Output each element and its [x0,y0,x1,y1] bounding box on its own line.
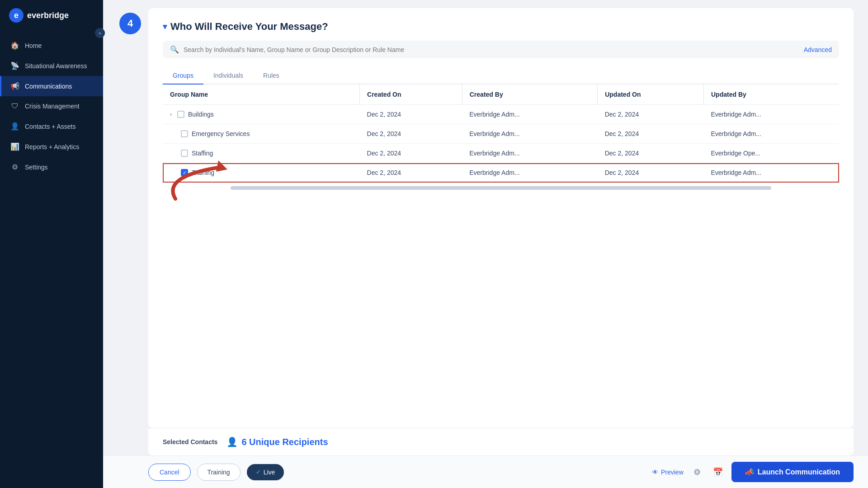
step-badge: 4 [119,13,141,34]
crisis-management-icon: 🛡 [10,102,19,110]
selected-contacts-label: Selected Contacts [163,438,217,446]
tabs: GroupsIndividualsRules [163,67,839,84]
search-icon: 🔍 [170,45,179,54]
search-bar: 🔍 Advanced [163,41,839,58]
message-recipients-card: ▾ Who Will Receive Your Message? 🔍 Advan… [148,8,854,428]
group-name-text: Emergency Services [192,130,250,137]
col-header-created-on: Created On [360,84,462,105]
logo-area: e everbridge [0,0,103,31]
cell-updated-by-buildings: Everbridge Adm... [704,105,840,124]
col-header-updated-by: Updated By [704,84,840,105]
cell-created-on-training: Dec 2, 2024 [360,163,462,183]
recipients-icon: 👤 [226,436,238,447]
card-title: ▾ Who Will Receive Your Message? [163,21,839,33]
cell-updated-by-staffing: Everbridge Ope... [704,144,840,163]
row-checkbox-staffing[interactable] [181,150,188,157]
preview-label: Preview [661,469,684,476]
row-checkbox-buildings[interactable] [177,111,184,118]
tab-rules[interactable]: Rules [253,67,289,84]
sidebar-item-settings[interactable]: ⚙ Settings [0,157,103,177]
sidebar-item-label: Settings [25,164,48,171]
table-row: StaffingDec 2, 2024Everbridge Adm...Dec … [163,144,839,163]
row-checkbox-emergency-services[interactable] [181,130,188,137]
col-header-updated-on: Updated On [598,84,704,105]
cell-created-on-emergency-services: Dec 2, 2024 [360,124,462,144]
sidebar-item-communications[interactable]: 📢 Communications [0,76,103,96]
recipients-count: 👤 6 Unique Recipients [226,436,328,447]
sidebar-item-label: Situational Awareness [25,62,87,70]
sidebar: e everbridge 🏠 Home 📡 Situational Awaren… [0,0,103,488]
training-button[interactable]: Training [197,464,241,481]
selected-contacts-bar: Selected Contacts 👤 6 Unique Recipients [148,428,854,455]
sidebar-nav: 🏠 Home 📡 Situational Awareness 📢 Communi… [0,31,103,488]
sidebar-item-contacts-assets[interactable]: 👤 Contacts + Assets [0,116,103,136]
cell-created-by-buildings: Everbridge Adm... [462,105,597,124]
calendar-icon[interactable]: 📅 [711,465,725,479]
cell-created-by-training: Everbridge Adm... [462,163,597,183]
sidebar-item-reports-analytics[interactable]: 📊 Reports + Analytics [0,136,103,157]
logo-icon: e [9,8,24,23]
table-row: ›BuildingsDec 2, 2024Everbridge Adm...De… [163,105,839,124]
expand-icon[interactable]: › [170,111,172,117]
cell-updated-on-emergency-services: Dec 2, 2024 [598,124,704,144]
cell-updated-by-emergency-services: Everbridge Adm... [704,124,840,144]
table-row: ✓TrainingDec 2, 2024Everbridge Adm...Dec… [163,163,839,183]
launch-label: Launch Communication [758,468,840,476]
bottom-bar: Cancel Training ✓ Live 👁 Preview ⚙ 📅 📣 L… [103,455,868,488]
table-row: Emergency ServicesDec 2, 2024Everbridge … [163,124,839,144]
advanced-link[interactable]: Advanced [804,46,832,53]
sidebar-item-label: Home [25,42,42,49]
groups-table: Group NameCreated OnCreated ByUpdated On… [163,84,839,183]
group-name-text: Training [192,169,214,176]
col-header-created-by: Created By [462,84,597,105]
sidebar-item-situational-awareness[interactable]: 📡 Situational Awareness [0,56,103,76]
settings-icon: ⚙ [10,163,19,171]
sidebar-item-label: Communications [25,83,72,90]
cell-group-name-buildings: ›Buildings [163,105,360,124]
sidebar-item-label: Reports + Analytics [25,143,79,150]
tab-groups[interactable]: Groups [163,67,203,84]
cell-created-by-emergency-services: Everbridge Adm... [462,124,597,144]
main-content: 4 ▾ Who Will Receive Your Message? 🔍 Adv… [103,0,868,488]
cell-created-by-staffing: Everbridge Adm... [462,144,597,163]
launch-communication-button[interactable]: 📣 Launch Communication [731,462,854,482]
cell-created-on-buildings: Dec 2, 2024 [360,105,462,124]
groups-table-wrap: Group NameCreated OnCreated ByUpdated On… [163,84,839,415]
group-name-text: Staffing [192,150,213,157]
situational-awareness-icon: 📡 [10,61,19,70]
cell-group-name-emergency-services: Emergency Services [163,124,360,144]
live-button[interactable]: ✓ Live [247,464,284,480]
communications-icon: 📢 [10,82,19,90]
launch-icon: 📣 [745,468,754,476]
sidebar-item-label: Contacts + Assets [25,123,75,130]
settings-icon[interactable]: ⚙ [690,465,704,479]
live-check-icon: ✓ [256,469,261,475]
sidebar-item-label: Crisis Management [25,103,80,110]
group-name-text: Buildings [188,111,214,118]
cell-group-name-staffing: Staffing [163,144,360,163]
reports-analytics-icon: 📊 [10,142,19,151]
preview-button[interactable]: 👁 Preview [652,469,684,476]
cancel-button[interactable]: Cancel [148,464,191,481]
live-label: Live [264,469,275,476]
horizontal-scrollbar[interactable] [231,186,772,190]
col-header-group-name: Group Name [163,84,360,105]
cell-updated-on-staffing: Dec 2, 2024 [598,144,704,163]
home-icon: 🏠 [10,41,19,50]
row-checkbox-training[interactable]: ✓ [181,169,188,176]
logo-text: everbridge [27,11,69,20]
sidebar-item-home[interactable]: 🏠 Home [0,35,103,56]
search-input[interactable] [184,46,799,53]
cell-group-name-training: ✓Training [163,163,360,183]
sidebar-item-crisis-management[interactable]: 🛡 Crisis Management [0,96,103,116]
recipients-count-text: 6 Unique Recipients [241,437,328,447]
preview-icon: 👁 [652,469,658,476]
cell-updated-on-training: Dec 2, 2024 [598,163,704,183]
sidebar-collapse-button[interactable]: « [95,28,105,38]
cell-updated-on-buildings: Dec 2, 2024 [598,105,704,124]
cell-created-on-staffing: Dec 2, 2024 [360,144,462,163]
tab-individuals[interactable]: Individuals [203,67,253,84]
chevron-down-icon: ▾ [163,22,167,32]
cell-updated-by-training: Everbridge Adm... [704,163,840,183]
contacts-assets-icon: 👤 [10,122,19,131]
